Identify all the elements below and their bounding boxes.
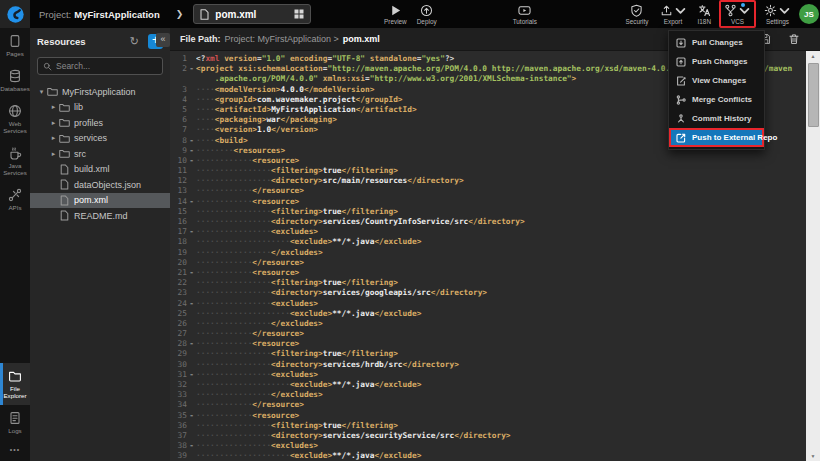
caret-icon[interactable]: ▸: [48, 119, 59, 127]
line-number: 14: [170, 197, 187, 207]
tree-item-readme-md[interactable]: README.md: [30, 208, 170, 224]
sidebar-item-file-explorer[interactable]: File Explorer: [0, 363, 30, 405]
sidebar-item-web-services[interactable]: Web Services: [0, 98, 30, 140]
line-number: 3: [170, 85, 187, 95]
grid-icon[interactable]: [294, 9, 304, 19]
sidebar-more-button[interactable]: •••: [0, 440, 30, 461]
code-line[interactable]: 13············</resource>: [170, 186, 806, 196]
tree-item-services[interactable]: ▸services: [30, 131, 170, 147]
code-line[interactable]: 27············</resource>: [170, 329, 806, 339]
code-line[interactable]: 16················<directory>services/Co…: [170, 217, 806, 227]
sidebar-item-databases[interactable]: Databases: [0, 63, 30, 98]
code-line[interactable]: 28-············<resource>: [170, 339, 806, 349]
fold-marker[interactable]: -: [187, 268, 196, 278]
caret-icon[interactable]: ▸: [48, 150, 59, 158]
vcs-menu-item-commit-history[interactable]: Commit History: [669, 109, 764, 128]
scrollbar-thumb[interactable]: [808, 63, 819, 127]
export-button[interactable]: Export: [657, 0, 690, 28]
java-services-icon: [8, 146, 22, 160]
fold-marker[interactable]: -: [187, 64, 196, 74]
tree-item-pom-xml[interactable]: pom.xml: [30, 193, 170, 209]
fold-marker[interactable]: -: [187, 441, 196, 451]
vcs-menu-item-view-changes[interactable]: View Changes: [669, 71, 764, 90]
sidebar-item-apis[interactable]: APIs: [0, 182, 30, 217]
code-line[interactable]: 34············</resource>: [170, 400, 806, 410]
scroll-up-icon[interactable]: ▲: [806, 51, 820, 61]
code-line[interactable]: 31-················<excludes>: [170, 370, 806, 380]
vcs-menu-item-push-to-external-repo[interactable]: Push to External Repo: [669, 128, 764, 147]
sidebar-item-java-services[interactable]: Java Services: [0, 140, 30, 182]
code-line[interactable]: 33················</excludes>: [170, 390, 806, 400]
fold-marker[interactable]: -: [187, 299, 196, 309]
fold-marker[interactable]: -: [187, 339, 196, 349]
editor-scrollbar[interactable]: ▲ ▼: [806, 51, 820, 461]
vcs-menu-item-push-changes[interactable]: Push Changes: [669, 52, 764, 71]
caret-icon[interactable]: ▸: [48, 103, 59, 111]
code-line[interactable]: 29················<filtering>true</filte…: [170, 349, 806, 359]
caret-icon[interactable]: ▸: [48, 134, 59, 142]
collapse-panel-button[interactable]: «: [156, 33, 170, 47]
vcs-menu-item-pull-changes[interactable]: Pull Changes: [669, 33, 764, 52]
code-line[interactable]: 23················<directory>services/go…: [170, 288, 806, 298]
i18n-button[interactable]: I18N: [695, 0, 715, 28]
fold-marker: [187, 258, 196, 268]
code-line[interactable]: 39····················<exclude>**/*.java…: [170, 451, 806, 461]
fold-marker[interactable]: -: [187, 411, 196, 421]
code-line[interactable]: 14-············<resource>: [170, 197, 806, 207]
code-line[interactable]: 32····················<exclude>**/*.java…: [170, 380, 806, 390]
refresh-icon[interactable]: ↻: [130, 36, 139, 47]
code-line[interactable]: 11················<filtering>true</filte…: [170, 166, 806, 176]
fold-marker[interactable]: -: [187, 370, 196, 380]
fold-marker[interactable]: -: [187, 136, 196, 146]
code-line[interactable]: 15················<filtering>true</filte…: [170, 207, 806, 217]
code-line[interactable]: 21-············<resource>: [170, 268, 806, 278]
fold-marker[interactable]: -: [187, 146, 196, 156]
settings-button[interactable]: Settings: [761, 0, 794, 28]
fold-marker[interactable]: -: [187, 227, 196, 237]
code-line[interactable]: 18····················<exclude>**/*.java…: [170, 237, 806, 247]
tree-item-build-xml[interactable]: build.xml: [30, 162, 170, 178]
tree-item-label: lib: [74, 102, 83, 112]
trash-icon[interactable]: [788, 33, 800, 45]
preview-button[interactable]: Preview: [381, 0, 410, 28]
tree-item-dataobjects-json[interactable]: dataObjects.json: [30, 177, 170, 193]
fold-marker[interactable]: -: [187, 197, 196, 207]
deploy-button[interactable]: Deploy: [414, 0, 440, 28]
security-button[interactable]: Security: [622, 0, 651, 28]
vcs-button[interactable]: VCS: [719, 0, 756, 28]
wavemaker-logo-icon[interactable]: [0, 0, 30, 28]
push-external-repo-icon: [676, 133, 686, 143]
tutorials-button[interactable]: Tutorials: [510, 0, 540, 28]
code-line[interactable]: 17-················<excludes>: [170, 227, 806, 237]
scroll-down-icon[interactable]: ▼: [806, 451, 820, 461]
code-line[interactable]: 24-················<excludes>: [170, 299, 806, 309]
fold-marker[interactable]: -: [187, 156, 196, 166]
search-input[interactable]: [56, 61, 157, 71]
fold-marker: [187, 380, 196, 390]
code-line[interactable]: 25····················<exclude>**/*.java…: [170, 309, 806, 319]
tree-item-profiles[interactable]: ▸profiles: [30, 115, 170, 131]
tab-pom-xml[interactable]: pom.xml: [193, 4, 311, 24]
code-line[interactable]: 26················</excludes>: [170, 319, 806, 329]
code-line[interactable]: 35-············<resource>: [170, 411, 806, 421]
tree-item-src[interactable]: ▸src: [30, 146, 170, 162]
code-line[interactable]: 37················<directory>services/se…: [170, 431, 806, 441]
code-line[interactable]: 22················<filtering>true</filte…: [170, 278, 806, 288]
avatar[interactable]: JS: [799, 4, 819, 24]
line-number: 37: [170, 431, 187, 441]
vcs-menu-item-merge-conflicts[interactable]: Merge Conflicts: [669, 90, 764, 109]
code-line[interactable]: 20············</resource>: [170, 258, 806, 268]
sidebar-item-pages[interactable]: Pages: [0, 28, 30, 63]
caret-icon[interactable]: ▾: [36, 88, 47, 96]
vcs-menu-item-label: Merge Conflicts: [692, 95, 752, 104]
tree-item-myfirstapplication[interactable]: ▾MyFirstApplication: [30, 84, 170, 100]
line-number: 31: [170, 370, 187, 380]
tree-item-lib[interactable]: ▸lib: [30, 100, 170, 116]
code-line[interactable]: 12················<directory>src/main/re…: [170, 176, 806, 186]
code-line[interactable]: 36················<filtering>true</filte…: [170, 421, 806, 431]
code-line[interactable]: 38-················<excludes>: [170, 441, 806, 451]
code-line[interactable]: 10-············<resource>: [170, 156, 806, 166]
code-line[interactable]: 19················</excludes>: [170, 248, 806, 258]
code-line[interactable]: 30················<directory>services/hr…: [170, 360, 806, 370]
sidebar-item-logs[interactable]: Logs: [0, 405, 30, 440]
